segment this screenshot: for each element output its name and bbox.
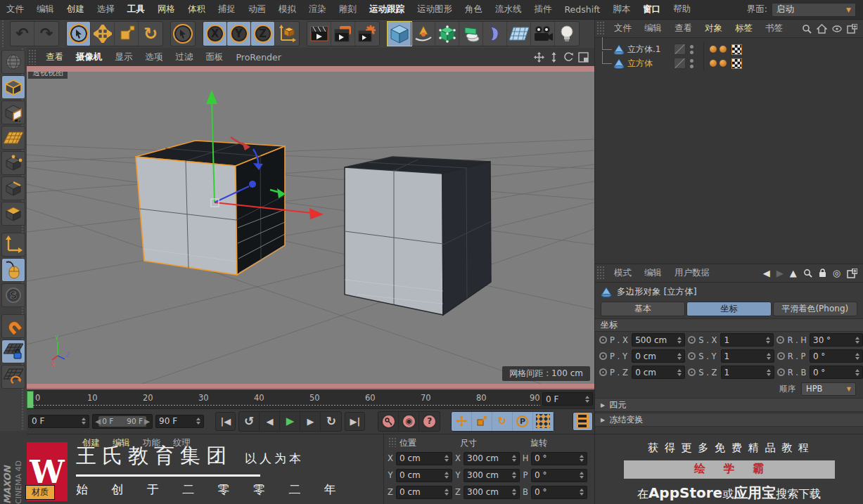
key-scale-toggle[interactable] bbox=[472, 412, 492, 431]
spinner[interactable] bbox=[767, 353, 771, 360]
rh-field[interactable]: 30 ° bbox=[810, 333, 863, 347]
workplane-lock-button[interactable] bbox=[1, 340, 25, 363]
spinner[interactable] bbox=[855, 353, 859, 360]
om-menu-tags[interactable]: 标签 bbox=[729, 22, 759, 34]
keyframe-ring-icon[interactable] bbox=[777, 352, 785, 360]
object-row-cube1[interactable]: 立方体.1 bbox=[599, 42, 859, 56]
quaternion-section[interactable]: ▶ 四元 bbox=[595, 398, 863, 412]
am-menu-mode[interactable]: 模式 bbox=[608, 267, 638, 279]
enable-axis-button[interactable] bbox=[1, 233, 25, 257]
spinner[interactable] bbox=[855, 337, 859, 344]
spinner[interactable] bbox=[766, 337, 770, 344]
menu-window[interactable]: 窗口 bbox=[637, 4, 667, 15]
add-light-button[interactable] bbox=[555, 22, 579, 46]
pos-z-field[interactable]: 0 cm bbox=[396, 486, 452, 499]
sz-field[interactable]: 1 bbox=[721, 366, 774, 379]
spinner[interactable] bbox=[767, 369, 771, 376]
model-mode-button[interactable] bbox=[1, 75, 25, 99]
interface-dropdown[interactable]: 启动 ▼ bbox=[772, 3, 856, 17]
panel-drag-handle[interactable] bbox=[28, 49, 37, 65]
range-left-arrow-icon[interactable]: ◀ bbox=[95, 417, 101, 425]
tag-dot[interactable] bbox=[710, 46, 717, 53]
lock-y-axis-button[interactable]: Y bbox=[227, 22, 251, 46]
search-icon[interactable] bbox=[802, 24, 812, 34]
lock-z-axis-button[interactable]: Z bbox=[251, 22, 275, 46]
add-subdivision-surface-button[interactable] bbox=[435, 22, 459, 46]
rb-field[interactable]: 0 ° bbox=[810, 366, 863, 379]
coordinates-section-header[interactable]: 坐标 bbox=[595, 318, 863, 332]
tag-dot[interactable] bbox=[720, 60, 727, 67]
keying-options-button[interactable]: ? bbox=[419, 412, 440, 431]
om-menu-bookmarks[interactable]: 书签 bbox=[759, 22, 789, 34]
add-primitive-cube-button[interactable] bbox=[388, 22, 411, 46]
goto-start-button[interactable]: |◀ bbox=[215, 412, 236, 431]
timeline-window-button[interactable] bbox=[573, 412, 593, 431]
menu-motion-tracker[interactable]: 运动跟踪 bbox=[363, 4, 411, 15]
render-settings-button[interactable] bbox=[355, 22, 379, 46]
sx-field[interactable]: 1 bbox=[720, 333, 774, 347]
next-key-button[interactable]: ↻ bbox=[321, 412, 341, 431]
record-keyframe-button[interactable] bbox=[378, 412, 399, 431]
viewport-menu-filter[interactable]: 过滤 bbox=[170, 51, 200, 63]
tab-phong[interactable]: 平滑着色(Phong) bbox=[773, 302, 857, 316]
render-picture-viewer-button[interactable] bbox=[331, 22, 355, 46]
render-view-button[interactable] bbox=[307, 22, 331, 46]
polygon-object-icon[interactable] bbox=[613, 58, 625, 69]
coordinate-system-button[interactable] bbox=[275, 22, 299, 46]
size-y-field[interactable]: 300 cm bbox=[464, 469, 520, 482]
px-field[interactable]: 500 cm bbox=[632, 333, 685, 347]
rot-p-field[interactable]: 0 ° bbox=[531, 469, 587, 482]
menu-sculpt[interactable]: 雕刻 bbox=[333, 4, 363, 15]
spinner[interactable] bbox=[677, 369, 682, 376]
menu-pipeline[interactable]: 流水线 bbox=[489, 4, 528, 15]
panel-drag-handle[interactable] bbox=[596, 21, 605, 36]
spinner[interactable] bbox=[580, 472, 584, 479]
scale-tool-button[interactable] bbox=[115, 22, 139, 46]
spinner[interactable] bbox=[445, 455, 449, 462]
tag-dot[interactable] bbox=[710, 60, 717, 67]
am-menu-userdata[interactable]: 用户数据 bbox=[668, 267, 716, 279]
viewport-canvas[interactable]: 透视视图 bbox=[27, 72, 594, 384]
menu-mograph[interactable]: 运动图形 bbox=[411, 4, 459, 15]
pos-x-field[interactable]: 0 cm bbox=[396, 452, 452, 465]
viewport-solo-button[interactable]: S bbox=[1, 283, 25, 307]
rotate-view-icon[interactable] bbox=[563, 52, 574, 63]
texture-tag[interactable] bbox=[731, 58, 742, 69]
py-field[interactable]: 0 cm bbox=[632, 349, 685, 363]
menu-edit[interactable]: 编辑 bbox=[30, 4, 60, 15]
key-position-toggle[interactable] bbox=[452, 412, 472, 431]
last-tool-button[interactable] bbox=[171, 22, 195, 46]
menu-redshift[interactable]: Redshift bbox=[558, 4, 607, 15]
menu-render[interactable]: 渲染 bbox=[302, 4, 333, 15]
make-editable-button[interactable] bbox=[1, 50, 25, 74]
object-tree[interactable]: 立方体.1 立方体 bbox=[595, 38, 863, 264]
history-forward-icon[interactable]: ▶ bbox=[776, 268, 784, 278]
keyframe-ring-icon[interactable] bbox=[599, 368, 607, 376]
keyframe-ring-icon[interactable] bbox=[599, 336, 607, 344]
enable-snap-button[interactable] bbox=[1, 314, 25, 338]
workplane-mode-button[interactable] bbox=[1, 126, 25, 150]
menu-volume[interactable]: 体积 bbox=[181, 4, 212, 15]
om-menu-file[interactable]: 文件 bbox=[608, 22, 638, 34]
menu-create[interactable]: 创建 bbox=[60, 4, 91, 15]
menu-script[interactable]: 脚本 bbox=[606, 4, 637, 15]
menu-snap[interactable]: 捕捉 bbox=[212, 4, 242, 15]
texture-mode-button[interactable] bbox=[1, 101, 25, 124]
history-back-icon[interactable]: ◀ bbox=[763, 268, 770, 278]
key-parameter-toggle[interactable]: P bbox=[513, 412, 533, 431]
previous-frame-button[interactable]: ◀ bbox=[260, 412, 280, 431]
pos-y-field[interactable]: 0 cm bbox=[396, 469, 452, 482]
visibility-dots[interactable] bbox=[690, 59, 693, 68]
menu-help[interactable]: 帮助 bbox=[667, 4, 697, 15]
frame-spinner[interactable] bbox=[585, 396, 589, 403]
previous-key-button[interactable]: ↺ bbox=[239, 412, 260, 431]
rp-field[interactable]: 0 ° bbox=[810, 349, 863, 363]
spinner[interactable] bbox=[512, 472, 516, 479]
end-frame-field[interactable]: 90 F bbox=[155, 415, 204, 428]
keyframe-ring-icon[interactable] bbox=[776, 336, 784, 344]
goto-end-button[interactable]: ▶| bbox=[345, 412, 365, 431]
object-name[interactable]: 立方体.1 bbox=[627, 44, 672, 56]
search-icon[interactable] bbox=[803, 269, 812, 278]
polygons-mode-button[interactable] bbox=[1, 202, 25, 226]
viewport-menu-panel[interactable]: 面板 bbox=[200, 51, 230, 63]
